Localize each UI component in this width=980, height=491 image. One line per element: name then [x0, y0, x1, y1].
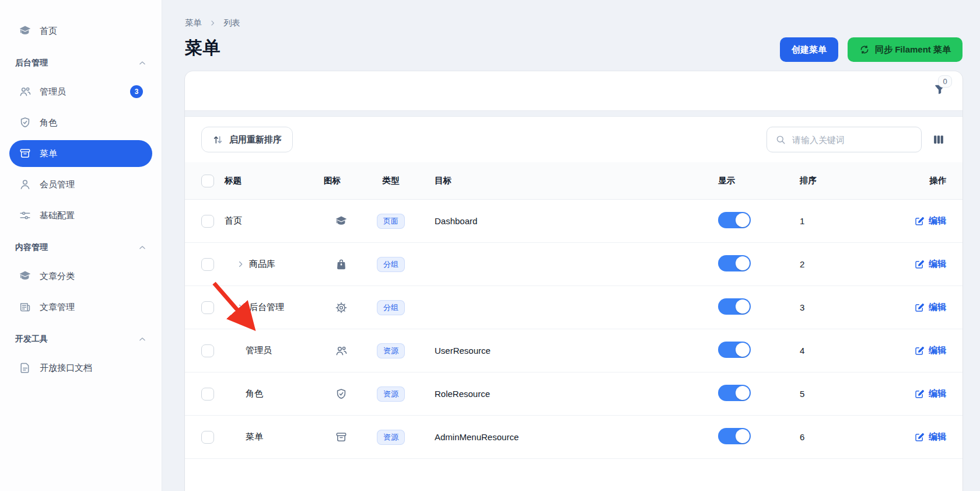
chevron-right-icon: [236, 303, 245, 312]
row-checkbox[interactable]: [201, 344, 214, 357]
sidebar-item-home[interactable]: 首页: [9, 18, 152, 44]
expand-row-button[interactable]: [236, 260, 246, 269]
chevron-up-icon: [138, 243, 146, 252]
breadcrumb: 菜单 列表: [185, 18, 963, 29]
select-all-checkbox[interactable]: [201, 175, 214, 187]
edit-button[interactable]: 编辑: [914, 259, 946, 270]
table-row: 后台管理 分组 3 编辑: [185, 286, 963, 329]
pencil-square-icon: [914, 302, 925, 313]
newspaper-icon: [19, 301, 32, 314]
shield-check-icon: [19, 116, 32, 129]
header-actions-col: 操作: [881, 175, 946, 186]
edit-button[interactable]: 编辑: [914, 302, 946, 313]
row-order: 4: [800, 346, 881, 356]
edit-button[interactable]: 编辑: [914, 215, 946, 227]
search-input[interactable]: [792, 135, 913, 145]
sync-filament-button[interactable]: 同步 Filament 菜单: [848, 37, 963, 62]
visibility-toggle[interactable]: [718, 255, 751, 271]
sidebar-item-label: 首页: [40, 26, 57, 37]
sidebar-item-label: 基础配置: [40, 210, 75, 221]
row-checkbox[interactable]: [201, 431, 214, 444]
row-checkbox[interactable]: [201, 388, 214, 401]
sidebar-item-label: 文章分类: [40, 271, 75, 282]
sidebar-item-label: 会员管理: [40, 179, 75, 190]
chevron-right-icon: [209, 19, 216, 27]
header-title: 标题: [225, 175, 324, 186]
row-order: 5: [800, 389, 881, 399]
sidebar-item-label: 角色: [40, 117, 57, 128]
sidebar-item-menus[interactable]: 菜单: [9, 140, 152, 167]
type-badge: 页面: [377, 214, 405, 229]
visibility-toggle[interactable]: [718, 428, 751, 444]
sidebar-item-members[interactable]: 会员管理: [9, 171, 152, 198]
sidebar-item-api-docs[interactable]: 开放接口文档: [9, 354, 152, 381]
sidebar: 首页 后台管理 管理员 3 角色 菜单 会员管理 基础配置 内容管: [0, 0, 162, 491]
toolbar-right: [766, 127, 946, 152]
visibility-toggle[interactable]: [718, 212, 751, 228]
table-toolbar: 启用重新排序: [185, 117, 963, 162]
users-icon: [335, 344, 348, 357]
visibility-toggle[interactable]: [718, 298, 751, 315]
toggle-knob: [736, 429, 750, 443]
sliders-icon: [19, 209, 32, 222]
card-filter-bar: 0: [185, 71, 963, 110]
archive-box-icon: [19, 147, 32, 160]
count-badge: 3: [130, 85, 143, 98]
create-menu-button[interactable]: 创建菜单: [780, 37, 838, 62]
type-badge: 分组: [377, 300, 405, 315]
toggle-columns-button[interactable]: [932, 133, 946, 147]
reorder-button[interactable]: 启用重新排序: [201, 127, 293, 152]
users-icon: [19, 85, 32, 98]
row-title: 商品库: [249, 259, 275, 270]
row-title: 角色: [246, 388, 263, 399]
pencil-square-icon: [914, 389, 925, 399]
sidebar-item-article-categories[interactable]: 文章分类: [9, 263, 152, 290]
pencil-square-icon: [914, 346, 925, 356]
edit-label: 编辑: [929, 302, 946, 313]
breadcrumb-item-list: 列表: [223, 18, 240, 29]
sidebar-item-articles[interactable]: 文章管理: [9, 294, 152, 321]
refresh-icon: [859, 44, 870, 55]
row-title: 菜单: [246, 431, 263, 443]
sync-filament-label: 同步 Filament 菜单: [875, 44, 951, 55]
visibility-toggle[interactable]: [718, 385, 751, 401]
toggle-knob: [736, 213, 750, 227]
table-row: 角色 资源 RoleResource 5 编辑: [185, 372, 963, 416]
row-checkbox[interactable]: [201, 301, 214, 314]
edit-button[interactable]: 编辑: [914, 431, 946, 443]
row-title: 后台管理: [249, 302, 284, 313]
chevron-up-icon: [138, 59, 146, 67]
row-target: RoleResource: [423, 389, 718, 399]
sidebar-group-devtools[interactable]: 开发工具: [9, 328, 152, 350]
table-card: 0 启用重新排序: [185, 71, 963, 491]
card-divider-strip: [185, 110, 963, 117]
edit-label: 编辑: [929, 259, 946, 270]
shield-check-icon: [335, 388, 348, 401]
type-badge: 资源: [377, 343, 405, 358]
app-window: 首页 后台管理 管理员 3 角色 菜单 会员管理 基础配置 内容管: [0, 0, 980, 491]
search-icon: [775, 134, 786, 145]
edit-button[interactable]: 编辑: [914, 388, 946, 399]
sidebar-item-label: 菜单: [40, 148, 57, 159]
sidebar-item-admins[interactable]: 管理员 3: [9, 78, 152, 105]
sidebar-group-content[interactable]: 内容管理: [9, 236, 152, 259]
header-icon: 图标: [324, 175, 359, 186]
edit-label: 编辑: [929, 431, 946, 443]
toggle-knob: [736, 386, 750, 400]
sidebar-group-label: 内容管理: [15, 242, 48, 253]
sidebar-item-roles[interactable]: 角色: [9, 109, 152, 136]
breadcrumb-item-menus[interactable]: 菜单: [185, 18, 202, 29]
toggle-knob: [736, 256, 750, 270]
sidebar-item-settings[interactable]: 基础配置: [9, 202, 152, 229]
row-target: UserResource: [423, 346, 718, 356]
header-type: 类型: [359, 175, 423, 186]
row-checkbox[interactable]: [201, 258, 214, 271]
row-checkbox[interactable]: [201, 215, 214, 228]
expand-row-button[interactable]: [236, 303, 246, 312]
reorder-label: 启用重新排序: [229, 134, 282, 145]
edit-button[interactable]: 编辑: [914, 345, 946, 356]
sidebar-group-admin[interactable]: 后台管理: [9, 52, 152, 74]
user-icon: [19, 178, 32, 191]
visibility-toggle[interactable]: [718, 342, 751, 358]
edit-label: 编辑: [929, 345, 946, 356]
